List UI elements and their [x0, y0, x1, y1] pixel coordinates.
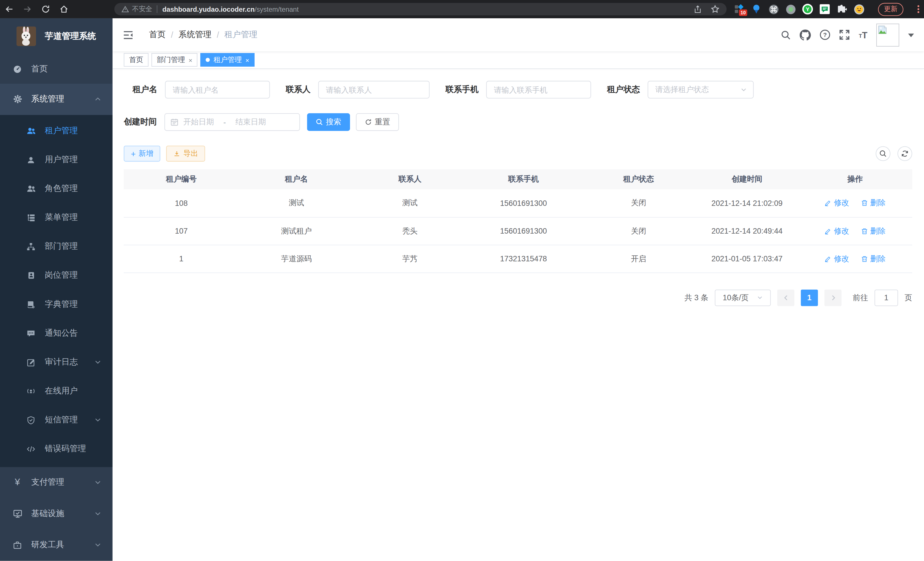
extensions-puzzle-icon[interactable]: [836, 3, 848, 15]
page-size-value: 10条/页: [723, 292, 749, 303]
breadcrumb-system[interactable]: 系统管理: [178, 29, 212, 40]
fullscreen-icon[interactable]: [839, 29, 850, 40]
sidebar-item-pay[interactable]: ¥ 支付管理: [0, 467, 112, 498]
avatar[interactable]: [876, 23, 899, 46]
table-search-button[interactable]: [876, 146, 891, 161]
delete-link[interactable]: 删除: [861, 253, 886, 264]
sidebar-item-post[interactable]: 岗位管理: [0, 261, 112, 290]
sidebar-item-role[interactable]: 角色管理: [0, 174, 112, 203]
extension-5-icon[interactable]: Y: [802, 3, 813, 15]
url-bar[interactable]: 不安全 dashboard.yudao.iocoder.cn/system/te…: [114, 3, 727, 15]
breadcrumb-home[interactable]: 首页: [149, 29, 166, 40]
reload-icon[interactable]: [37, 0, 55, 18]
sidebar-item-home[interactable]: 首页: [0, 55, 112, 83]
extension-6-icon[interactable]: [819, 3, 830, 15]
font-size-icon[interactable]: TT: [859, 30, 867, 39]
mobile-input[interactable]: [486, 81, 591, 99]
table-refresh-button[interactable]: [897, 146, 912, 161]
cell-status: 关闭: [581, 217, 696, 245]
delete-link[interactable]: 删除: [861, 198, 886, 208]
sidebar-item-sms[interactable]: 短信管理: [0, 406, 112, 435]
export-button[interactable]: 导出: [166, 146, 205, 162]
chevron-down-icon: [740, 86, 747, 93]
app-logo[interactable]: 芋道管理系统: [0, 18, 112, 55]
chevron-down-icon: [94, 417, 101, 424]
extension-emoji-icon[interactable]: [854, 3, 865, 15]
sidebar-item-system[interactable]: 系统管理: [0, 84, 112, 115]
reset-button[interactable]: 重置: [356, 113, 399, 131]
extension-2-icon[interactable]: [751, 3, 762, 15]
goto-page-input[interactable]: [874, 289, 898, 306]
breadcrumb-separator: /: [171, 30, 173, 39]
col-created: 创建时间: [696, 169, 798, 189]
sidebar-item-infra[interactable]: 基础设施: [0, 498, 112, 529]
sidebar-item-label: 岗位管理: [45, 271, 78, 281]
status-placeholder: 请选择租户状态: [656, 84, 709, 95]
back-icon[interactable]: [0, 0, 18, 18]
logo-image: [16, 27, 36, 46]
close-icon[interactable]: ×: [189, 56, 192, 63]
cell-tenant-id: 108: [124, 189, 239, 217]
status-select[interactable]: 请选择租户状态: [648, 81, 754, 99]
close-icon[interactable]: ×: [245, 56, 249, 63]
sidebar-item-label: 错误码管理: [45, 444, 86, 454]
tenant-name-input[interactable]: [165, 81, 270, 99]
sidebar-item-user[interactable]: 用户管理: [0, 146, 112, 174]
sidebar-item-online[interactable]: 在线用户: [0, 377, 112, 406]
next-page-button[interactable]: [824, 289, 842, 306]
search-button[interactable]: 搜索: [307, 113, 350, 131]
tab-tenant[interactable]: 租户管理 ×: [201, 53, 255, 67]
forward-icon[interactable]: [18, 0, 37, 18]
cell-contact: 测试: [354, 189, 466, 217]
badge-icon: [26, 272, 36, 280]
extension-4-icon[interactable]: [785, 3, 796, 15]
extension-1-icon[interactable]: 10: [734, 3, 745, 15]
prev-page-button[interactable]: [777, 289, 794, 306]
github-icon[interactable]: [800, 29, 811, 40]
edit-link[interactable]: 修改: [825, 198, 849, 208]
announcement-icon: [26, 329, 36, 338]
edit-link[interactable]: 修改: [825, 226, 849, 236]
sidebar-item-audit[interactable]: 审计日志: [0, 348, 112, 377]
active-dot: [206, 58, 210, 62]
header-search-icon[interactable]: [781, 30, 791, 40]
sidebar-item-dict[interactable]: 字典管理: [0, 290, 112, 319]
sidebar-item-menu[interactable]: 菜单管理: [0, 203, 112, 232]
page-size-select[interactable]: 10条/页: [715, 289, 771, 306]
tab-dept[interactable]: 部门管理 ×: [152, 53, 198, 67]
add-button[interactable]: + 新增: [124, 146, 160, 162]
sidebar-item-errorcode[interactable]: 错误码管理: [0, 435, 112, 463]
edit-link[interactable]: 修改: [825, 253, 849, 264]
online-user-icon: [26, 387, 36, 396]
date-range-picker[interactable]: 开始日期 - 结束日期: [164, 113, 300, 131]
avatar-dropdown-icon[interactable]: [908, 33, 914, 40]
sidebar-item-dept[interactable]: 部门管理: [0, 232, 112, 261]
home-icon[interactable]: [55, 0, 73, 18]
sidebar-item-tenant[interactable]: 租户管理: [0, 117, 112, 146]
reset-label: 重置: [375, 117, 390, 127]
page-number-1[interactable]: 1: [801, 289, 818, 306]
search-icon: [316, 119, 323, 126]
contact-input[interactable]: [318, 81, 430, 99]
help-icon[interactable]: ?: [820, 29, 831, 40]
delete-link[interactable]: 删除: [861, 226, 886, 236]
update-button[interactable]: 更新: [878, 3, 903, 15]
cell-tenant-name: 测试: [239, 189, 354, 217]
edit-label: 修改: [834, 253, 849, 264]
sidebar-fold-icon[interactable]: [120, 27, 136, 43]
url-host: dashboard.yudao.iocoder.cn: [162, 6, 255, 13]
tab-home[interactable]: 首页: [124, 53, 148, 67]
contact-label: 联系人: [286, 84, 310, 95]
sidebar-item-devtools[interactable]: 研发工具: [0, 529, 112, 561]
total-count: 共 3 条: [685, 292, 708, 303]
pagination: 共 3 条 10条/页 1 前往 页: [124, 289, 912, 306]
delete-label: 删除: [870, 253, 886, 264]
sidebar-item-notice[interactable]: 通知公告: [0, 319, 112, 348]
page-content: 租户名 联系人 联系手机 租户状态 请选择租户状态: [112, 69, 924, 561]
bookmark-star-icon[interactable]: [711, 5, 719, 14]
browser-menu-icon[interactable]: [914, 5, 923, 13]
cell-contact: 秃头: [354, 217, 466, 245]
date-end-placeholder: 结束日期: [236, 117, 266, 127]
share-icon[interactable]: [694, 5, 702, 14]
extension-3-icon[interactable]: [768, 3, 779, 15]
